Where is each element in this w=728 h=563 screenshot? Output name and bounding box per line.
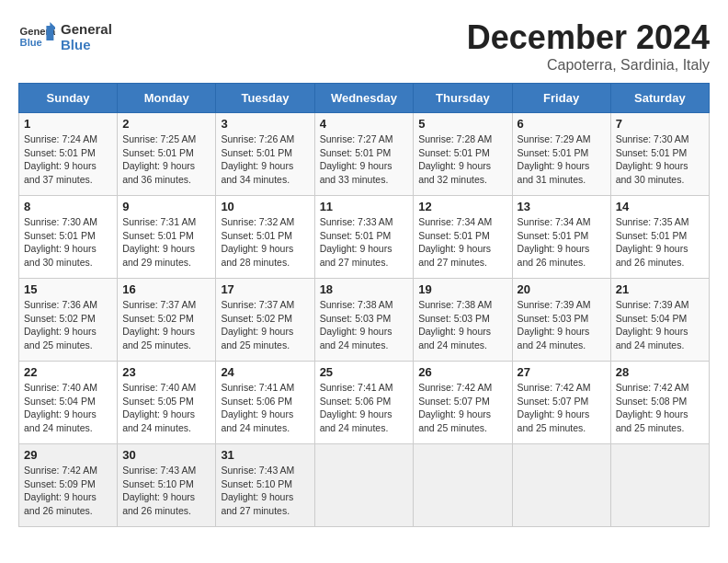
day-number: 8	[24, 200, 112, 213]
day-number: 3	[221, 117, 309, 131]
calendar-cell	[512, 444, 610, 527]
calendar-cell: 3Sunrise: 7:26 AM Sunset: 5:01 PM Daylig…	[216, 113, 314, 196]
location-subtitle: Capoterra, Sardinia, Italy	[467, 57, 710, 74]
day-number: 11	[320, 200, 409, 213]
day-info: Sunrise: 7:25 AM Sunset: 5:01 PM Dayligh…	[122, 132, 210, 187]
calendar-cell: 16Sunrise: 7:37 AM Sunset: 5:02 PM Dayli…	[118, 279, 216, 362]
day-number: 14	[616, 200, 704, 213]
calendar-cell: 11Sunrise: 7:33 AM Sunset: 5:01 PM Dayli…	[314, 196, 414, 279]
day-info: Sunrise: 7:34 AM Sunset: 5:01 PM Dayligh…	[518, 215, 606, 270]
day-info: Sunrise: 7:28 AM Sunset: 5:01 PM Dayligh…	[418, 132, 506, 187]
day-info: Sunrise: 7:40 AM Sunset: 5:05 PM Dayligh…	[122, 381, 210, 435]
day-info: Sunrise: 7:24 AM Sunset: 5:01 PM Dayligh…	[24, 132, 112, 187]
day-number: 22	[24, 365, 112, 379]
day-info: Sunrise: 7:43 AM Sunset: 5:10 PM Dayligh…	[122, 464, 210, 518]
calendar-cell: 22Sunrise: 7:40 AM Sunset: 5:04 PM Dayli…	[19, 362, 118, 444]
day-info: Sunrise: 7:39 AM Sunset: 5:04 PM Dayligh…	[616, 298, 704, 352]
day-info: Sunrise: 7:30 AM Sunset: 5:01 PM Dayligh…	[616, 132, 704, 187]
logo-text-general: General	[61, 21, 112, 37]
day-number: 24	[221, 365, 309, 379]
calendar-cell: 7Sunrise: 7:30 AM Sunset: 5:01 PM Daylig…	[610, 113, 709, 196]
day-info: Sunrise: 7:27 AM Sunset: 5:01 PM Dayligh…	[320, 132, 409, 187]
calendar-cell: 9Sunrise: 7:31 AM Sunset: 5:01 PM Daylig…	[118, 196, 216, 279]
weekday-header-sunday: Sunday	[19, 84, 118, 113]
day-info: Sunrise: 7:42 AM Sunset: 5:07 PM Dayligh…	[518, 381, 606, 435]
weekday-header-wednesday: Wednesday	[314, 84, 414, 113]
calendar-cell: 1Sunrise: 7:24 AM Sunset: 5:01 PM Daylig…	[19, 113, 118, 196]
day-info: Sunrise: 7:31 AM Sunset: 5:01 PM Dayligh…	[122, 215, 210, 270]
day-info: Sunrise: 7:41 AM Sunset: 5:06 PM Dayligh…	[221, 381, 309, 435]
day-number: 19	[418, 282, 506, 296]
calendar-cell: 31Sunrise: 7:43 AM Sunset: 5:10 PM Dayli…	[216, 444, 314, 527]
day-info: Sunrise: 7:36 AM Sunset: 5:02 PM Dayligh…	[24, 298, 112, 352]
calendar-cell: 13Sunrise: 7:34 AM Sunset: 5:01 PM Dayli…	[512, 196, 610, 279]
day-info: Sunrise: 7:43 AM Sunset: 5:10 PM Dayligh…	[221, 464, 309, 518]
day-number: 31	[221, 448, 309, 462]
calendar-cell: 17Sunrise: 7:37 AM Sunset: 5:02 PM Dayli…	[216, 279, 314, 362]
day-number: 20	[518, 282, 606, 296]
day-info: Sunrise: 7:39 AM Sunset: 5:03 PM Dayligh…	[518, 298, 606, 352]
calendar-cell: 15Sunrise: 7:36 AM Sunset: 5:02 PM Dayli…	[19, 279, 118, 362]
day-info: Sunrise: 7:26 AM Sunset: 5:01 PM Dayligh…	[221, 132, 309, 187]
calendar-week-1: 1Sunrise: 7:24 AM Sunset: 5:01 PM Daylig…	[19, 113, 710, 196]
day-number: 18	[320, 282, 409, 296]
day-number: 15	[24, 282, 112, 296]
day-info: Sunrise: 7:32 AM Sunset: 5:01 PM Dayligh…	[221, 215, 309, 270]
calendar-cell: 2Sunrise: 7:25 AM Sunset: 5:01 PM Daylig…	[118, 113, 216, 196]
calendar-week-5: 29Sunrise: 7:42 AM Sunset: 5:09 PM Dayli…	[19, 444, 710, 527]
page-header: General Blue General Blue December 2024 …	[18, 18, 710, 74]
calendar-cell: 28Sunrise: 7:42 AM Sunset: 5:08 PM Dayli…	[610, 362, 709, 444]
weekday-header-friday: Friday	[512, 84, 610, 113]
calendar-cell: 23Sunrise: 7:40 AM Sunset: 5:05 PM Dayli…	[118, 362, 216, 444]
day-number: 27	[518, 365, 606, 379]
weekday-header-thursday: Thursday	[414, 84, 512, 113]
day-number: 4	[320, 117, 409, 131]
calendar-cell: 27Sunrise: 7:42 AM Sunset: 5:07 PM Dayli…	[512, 362, 610, 444]
day-info: Sunrise: 7:33 AM Sunset: 5:01 PM Dayligh…	[320, 215, 409, 270]
day-info: Sunrise: 7:37 AM Sunset: 5:02 PM Dayligh…	[122, 298, 210, 352]
day-number: 28	[616, 365, 704, 379]
svg-text:Blue: Blue	[20, 37, 42, 48]
calendar-cell: 5Sunrise: 7:28 AM Sunset: 5:01 PM Daylig…	[414, 113, 512, 196]
calendar-cell: 8Sunrise: 7:30 AM Sunset: 5:01 PM Daylig…	[19, 196, 118, 279]
day-info: Sunrise: 7:41 AM Sunset: 5:06 PM Dayligh…	[320, 381, 409, 435]
day-number: 12	[418, 200, 506, 213]
day-number: 13	[518, 200, 606, 213]
day-number: 17	[221, 282, 309, 296]
calendar-cell: 19Sunrise: 7:38 AM Sunset: 5:03 PM Dayli…	[414, 279, 512, 362]
day-number: 10	[221, 200, 309, 213]
calendar-cell	[314, 444, 414, 527]
calendar-cell: 21Sunrise: 7:39 AM Sunset: 5:04 PM Dayli…	[610, 279, 709, 362]
day-info: Sunrise: 7:40 AM Sunset: 5:04 PM Dayligh…	[24, 381, 112, 435]
day-info: Sunrise: 7:38 AM Sunset: 5:03 PM Dayligh…	[320, 298, 409, 352]
day-number: 23	[122, 365, 210, 379]
day-number: 9	[122, 200, 210, 213]
calendar-cell: 20Sunrise: 7:39 AM Sunset: 5:03 PM Dayli…	[512, 279, 610, 362]
calendar-cell: 14Sunrise: 7:35 AM Sunset: 5:01 PM Dayli…	[610, 196, 709, 279]
calendar-cell: 4Sunrise: 7:27 AM Sunset: 5:01 PM Daylig…	[314, 113, 414, 196]
weekday-header-tuesday: Tuesday	[216, 84, 314, 113]
logo-icon: General Blue	[18, 18, 55, 55]
month-title: December 2024	[467, 18, 710, 57]
day-info: Sunrise: 7:38 AM Sunset: 5:03 PM Dayligh…	[418, 298, 506, 352]
calendar-cell: 6Sunrise: 7:29 AM Sunset: 5:01 PM Daylig…	[512, 113, 610, 196]
title-area: December 2024 Capoterra, Sardinia, Italy	[467, 18, 710, 74]
day-info: Sunrise: 7:34 AM Sunset: 5:01 PM Dayligh…	[418, 215, 506, 270]
day-number: 29	[24, 448, 112, 462]
day-info: Sunrise: 7:42 AM Sunset: 5:07 PM Dayligh…	[418, 381, 506, 435]
day-number: 6	[518, 117, 606, 131]
calendar-header: SundayMondayTuesdayWednesdayThursdayFrid…	[19, 84, 710, 113]
calendar-cell: 30Sunrise: 7:43 AM Sunset: 5:10 PM Dayli…	[118, 444, 216, 527]
calendar-week-2: 8Sunrise: 7:30 AM Sunset: 5:01 PM Daylig…	[19, 196, 710, 279]
day-info: Sunrise: 7:35 AM Sunset: 5:01 PM Dayligh…	[616, 215, 704, 270]
day-number: 25	[320, 365, 409, 379]
calendar-cell	[610, 444, 709, 527]
day-info: Sunrise: 7:42 AM Sunset: 5:08 PM Dayligh…	[616, 381, 704, 435]
logo-text-blue: Blue	[61, 37, 112, 52]
day-number: 7	[616, 117, 704, 131]
day-info: Sunrise: 7:42 AM Sunset: 5:09 PM Dayligh…	[24, 464, 112, 518]
calendar-cell: 12Sunrise: 7:34 AM Sunset: 5:01 PM Dayli…	[414, 196, 512, 279]
calendar-cell: 24Sunrise: 7:41 AM Sunset: 5:06 PM Dayli…	[216, 362, 314, 444]
day-number: 30	[122, 448, 210, 462]
day-number: 2	[122, 117, 210, 131]
